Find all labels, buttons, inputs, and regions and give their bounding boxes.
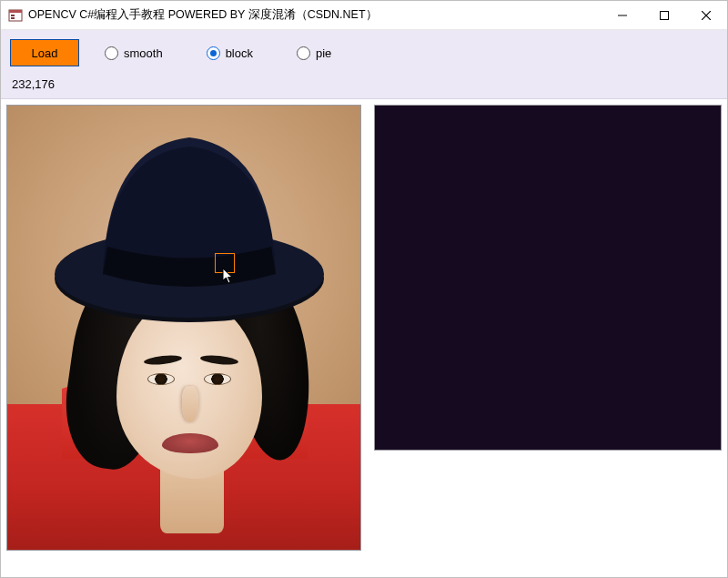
radio-block[interactable]: block xyxy=(207,46,253,60)
radio-icon xyxy=(105,46,118,60)
portrait-image xyxy=(7,106,360,550)
toolbar: Load smooth block pie 232,176 xyxy=(1,30,727,99)
source-image-panel[interactable] xyxy=(6,105,361,551)
window-title: OPENCV C#编程入手教程 POWERED BY 深度混淆（CSDN.NET… xyxy=(28,7,378,23)
titlebar[interactable]: OPENCV C#编程入手教程 POWERED BY 深度混淆（CSDN.NET… xyxy=(1,1,727,30)
close-button[interactable] xyxy=(685,1,727,29)
arrow-cursor-icon xyxy=(222,268,235,284)
app-window: OPENCV C#编程入手教程 POWERED BY 深度混淆（CSDN.NET… xyxy=(0,0,728,578)
svg-rect-3 xyxy=(11,17,15,19)
minimize-button[interactable] xyxy=(602,1,643,29)
radio-label: pie xyxy=(316,46,331,60)
load-button[interactable]: Load xyxy=(10,39,79,66)
radio-label: smooth xyxy=(124,46,163,60)
radio-pie[interactable]: pie xyxy=(297,46,331,60)
radio-smooth[interactable]: smooth xyxy=(105,46,163,60)
radio-icon xyxy=(297,46,310,60)
coordinate-readout: 232,176 xyxy=(10,77,718,93)
svg-rect-1 xyxy=(9,10,22,13)
form-icon xyxy=(8,8,23,23)
content-area xyxy=(1,99,727,577)
svg-rect-2 xyxy=(11,15,15,16)
radio-icon xyxy=(207,46,220,60)
output-image-panel[interactable] xyxy=(374,105,722,451)
window-controls xyxy=(602,1,727,29)
svg-rect-5 xyxy=(661,11,669,19)
maximize-button[interactable] xyxy=(643,1,685,29)
mode-radio-group: smooth block pie xyxy=(105,46,331,60)
toolbar-row: Load smooth block pie xyxy=(10,37,718,68)
radio-label: block xyxy=(226,46,253,60)
